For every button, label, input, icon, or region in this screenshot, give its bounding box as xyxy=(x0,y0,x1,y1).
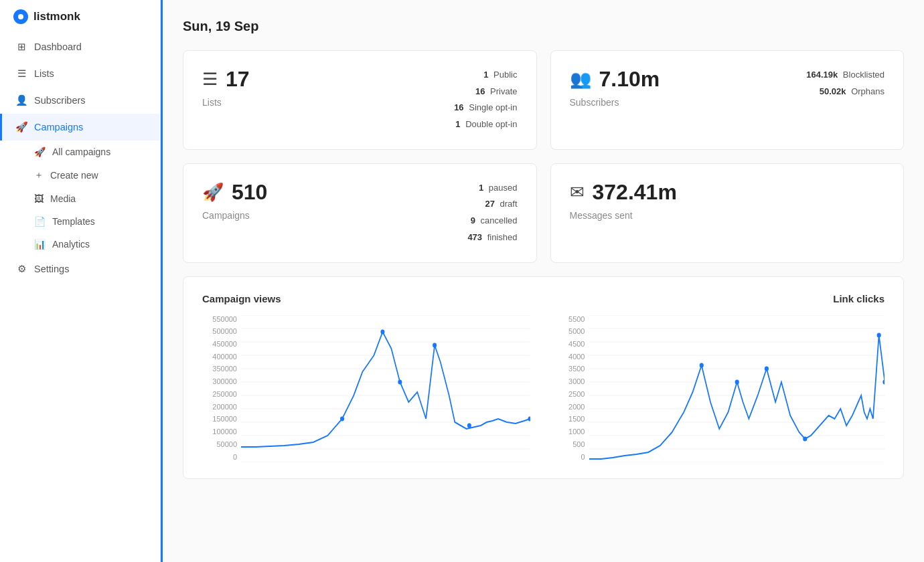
sidebar-item-all-campaigns[interactable]: 🚀 All campaigns xyxy=(0,140,160,163)
lists-detail-2: 16 Single opt-in xyxy=(454,100,517,116)
grid-icon: ⊞ xyxy=(15,41,27,53)
lists-details: 1 Public 16 Private 16 Single opt-in 1 D… xyxy=(454,67,517,133)
views-chart: 0 50000 100000 150000 200000 250000 3000… xyxy=(202,315,530,462)
svg-point-13 xyxy=(380,329,384,334)
sidebar-item-lists[interactable]: ☰ Lists xyxy=(0,60,160,87)
campaigns-details: 1 paused 27 draft 9 cancelled 473 finish… xyxy=(467,180,517,246)
lists-stat-left: ☰ 17 Lists xyxy=(202,67,250,108)
campaigns-number: 510 xyxy=(232,180,267,205)
messages-stat-card: ✉ 372.41m Messages sent xyxy=(550,163,905,263)
sidebar-item-media[interactable]: 🖼 Media xyxy=(0,187,160,210)
svg-point-31 xyxy=(735,379,739,384)
campaigns-stat-card: 🚀 510 Campaigns 1 paused 27 draft 9 canc… xyxy=(183,163,537,263)
rocket-icon: 🚀 xyxy=(15,121,27,133)
messages-icon: ✉ xyxy=(570,182,585,203)
campaigns-label: Campaigns xyxy=(202,210,267,221)
logo-text: listmonk xyxy=(33,10,80,23)
svg-point-34 xyxy=(876,333,880,337)
charts-container: Campaign views Link clicks 0 50000 10000… xyxy=(183,276,904,479)
views-chart-title: Campaign views xyxy=(202,293,281,304)
svg-point-33 xyxy=(803,436,807,441)
sidebar-item-analytics[interactable]: 📊 Analytics xyxy=(0,233,160,256)
nav-label-analytics: Analytics xyxy=(52,239,90,250)
lists-icon: ☰ xyxy=(202,69,218,90)
nav-label-templates: Templates xyxy=(52,216,95,227)
nav-label-create-new: Create new xyxy=(50,170,98,181)
lists-stat-card: ☰ 17 Lists 1 Public 16 Private 16 Single… xyxy=(183,50,537,150)
stats-grid: ☰ 17 Lists 1 Public 16 Private 16 Single… xyxy=(183,50,904,263)
lists-detail-0: 1 Public xyxy=(454,67,517,84)
views-svg xyxy=(241,315,530,462)
sidebar-item-create-new[interactable]: ＋ Create new xyxy=(0,163,160,187)
sidebar-item-dashboard[interactable]: ⊞ Dashboard xyxy=(0,33,160,60)
clicks-chart: 0 500 1000 1500 2000 2500 3000 3500 4000… xyxy=(557,315,885,462)
subscribers-details: 164.19k Blocklisted 50.02k Orphans xyxy=(806,67,884,100)
svg-point-12 xyxy=(340,416,344,421)
svg-point-35 xyxy=(882,379,884,384)
nav-label-media: Media xyxy=(50,193,76,204)
page-date: Sun, 19 Sep xyxy=(183,19,904,34)
messages-number: 372.41m xyxy=(593,180,677,205)
charts-header: Campaign views Link clicks xyxy=(202,293,884,304)
views-y-axis: 0 50000 100000 150000 200000 250000 3000… xyxy=(202,315,241,462)
nav-label-dashboard: Dashboard xyxy=(34,41,82,52)
subscribers-label: Subscribers xyxy=(570,97,660,108)
nav-label-all-campaigns: All campaigns xyxy=(52,147,110,157)
list-icon: ☰ xyxy=(15,68,27,80)
sidebar-item-templates[interactable]: 📄 Templates xyxy=(0,210,160,233)
main-nav: ⊞ Dashboard ☰ Lists 👤 Subscribers 🚀 Camp… xyxy=(0,33,160,282)
subscribers-icon: 👥 xyxy=(570,69,591,90)
sidebar-item-subscribers[interactable]: 👤 Subscribers xyxy=(0,87,160,114)
lists-detail-1: 16 Private xyxy=(454,84,517,100)
lists-label: Lists xyxy=(202,97,250,108)
plus-icon: ＋ xyxy=(34,169,44,181)
file-icon: 📄 xyxy=(34,216,46,227)
svg-point-32 xyxy=(764,366,768,371)
clicks-chart-title: Link clicks xyxy=(833,293,884,304)
campaigns-icon: 🚀 xyxy=(202,182,224,203)
logo-icon xyxy=(13,9,28,24)
clicks-y-axis: 0 500 1000 1500 2000 2500 3000 3500 4000… xyxy=(557,315,589,462)
person-icon: 👤 xyxy=(15,94,27,106)
nav-label-lists: Lists xyxy=(34,68,54,79)
svg-point-14 xyxy=(398,379,402,384)
svg-point-17 xyxy=(528,416,530,421)
sidebar-item-settings[interactable]: ⚙ Settings xyxy=(0,256,160,282)
charts-grid: 0 50000 100000 150000 200000 250000 3000… xyxy=(202,315,884,462)
svg-point-16 xyxy=(467,423,471,428)
svg-point-30 xyxy=(699,363,703,367)
nav-label-subscribers: Subscribers xyxy=(34,95,86,106)
subscribers-stat-card: 👥 7.10m Subscribers 164.19k Blocklisted … xyxy=(550,50,905,150)
rocket-small-icon: 🚀 xyxy=(34,147,46,157)
clicks-svg xyxy=(589,315,885,462)
main-content: Sun, 19 Sep ☰ 17 Lists 1 Public 16 Priva… xyxy=(163,0,924,562)
sidebar: listmonk ⊞ Dashboard ☰ Lists 👤 Subscribe… xyxy=(0,0,161,562)
nav-label-settings: Settings xyxy=(34,264,69,274)
subscribers-number: 7.10m xyxy=(599,67,660,92)
logo[interactable]: listmonk xyxy=(0,0,160,33)
image-icon: 🖼 xyxy=(34,193,44,204)
lists-detail-3: 1 Double opt-in xyxy=(454,116,517,133)
messages-label: Messages sent xyxy=(570,210,677,221)
nav-label-campaigns: Campaigns xyxy=(34,122,83,132)
svg-point-15 xyxy=(433,343,437,347)
lists-number: 17 xyxy=(226,67,250,92)
sidebar-item-campaigns[interactable]: 🚀 Campaigns xyxy=(0,114,160,140)
bar-chart-icon: 📊 xyxy=(34,239,46,250)
gear-icon: ⚙ xyxy=(15,263,27,275)
